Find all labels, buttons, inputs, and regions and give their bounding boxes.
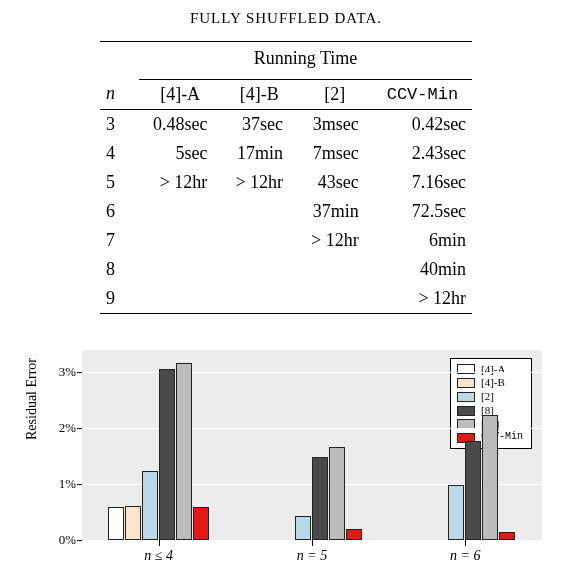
legend-label: [2] — [481, 390, 494, 404]
table-row: 840min — [100, 255, 472, 284]
chart-bar — [176, 363, 192, 539]
y-tick-label: 3% — [40, 364, 76, 380]
cell-value: > 12hr — [373, 284, 472, 313]
chart-bar — [125, 506, 141, 540]
cell-value — [139, 284, 221, 313]
x-tick-label: n ≤ 4 — [144, 548, 173, 560]
legend-item: [2] — [457, 390, 523, 404]
cell-value: > 12hr — [297, 226, 373, 255]
chart-bar — [108, 507, 124, 539]
table-row: 30.48sec37sec3msec0.42sec — [100, 109, 472, 139]
cell-value — [221, 284, 297, 313]
y-tick-label: 1% — [40, 476, 76, 492]
cell-value: > 12hr — [139, 168, 221, 197]
cell-n: 4 — [100, 139, 139, 168]
cell-value: 40min — [373, 255, 472, 284]
cell-value: 0.42sec — [373, 109, 472, 139]
cell-n: 7 — [100, 226, 139, 255]
table-caption: FULLY SHUFFLED DATA. — [30, 10, 542, 27]
cell-value — [297, 255, 373, 284]
cell-value — [297, 284, 373, 313]
cell-value: > 12hr — [221, 168, 297, 197]
cell-value: 2.43sec — [373, 139, 472, 168]
chart-bar — [142, 471, 158, 539]
chart-bar — [448, 485, 464, 540]
cell-value: 37min — [297, 197, 373, 226]
cell-n: 6 — [100, 197, 139, 226]
cell-n: 9 — [100, 284, 139, 313]
legend-swatch — [457, 364, 475, 374]
cell-value: 37sec — [221, 109, 297, 139]
cell-value: 43sec — [297, 168, 373, 197]
cell-value: 72.5sec — [373, 197, 472, 226]
table-row: 45sec17min7msec2.43sec — [100, 139, 472, 168]
legend-label: [4]-A — [481, 363, 505, 377]
y-tick-label: 2% — [40, 420, 76, 436]
cell-value: 17min — [221, 139, 297, 168]
x-tick-label: n = 6 — [450, 548, 480, 560]
cell-value — [221, 255, 297, 284]
cell-value — [139, 255, 221, 284]
residual-error-chart: Residual Error [4]-A[4]-B[2][8][13]CCV-M… — [30, 350, 542, 540]
cell-n: 8 — [100, 255, 139, 284]
cell-value — [221, 226, 297, 255]
cell-value: 6min — [373, 226, 472, 255]
table-row: 637min72.5sec — [100, 197, 472, 226]
cell-n: 3 — [100, 109, 139, 139]
chart-bar — [346, 529, 362, 539]
y-tick-label: 0% — [40, 532, 76, 548]
chart-bar — [312, 457, 328, 539]
col-header-4a: [4]-A — [139, 79, 221, 109]
legend-swatch — [457, 406, 475, 416]
table-row: 7> 12hr6min — [100, 226, 472, 255]
chart-bar — [499, 532, 515, 539]
cell-value — [139, 197, 221, 226]
cell-value: 3msec — [297, 109, 373, 139]
cell-n: 5 — [100, 168, 139, 197]
chart-bar — [193, 507, 209, 539]
running-time-table: Running Time n [4]-A [4]-B [2] CCV-Min 3… — [100, 41, 472, 314]
legend-label: [4]-B — [481, 376, 505, 390]
chart-bar — [295, 516, 311, 539]
table-row: 5> 12hr> 12hr43sec7.16sec — [100, 168, 472, 197]
legend-item: [4]-B — [457, 376, 523, 390]
col-header-2: [2] — [297, 79, 373, 109]
chart-bar — [159, 369, 175, 539]
col-header-ccvmin: CCV-Min — [373, 79, 472, 109]
cell-value: 0.48sec — [139, 109, 221, 139]
table-row: 9> 12hr — [100, 284, 472, 313]
legend-item: [4]-A — [457, 363, 523, 377]
legend-swatch — [457, 378, 475, 388]
cell-value: 7msec — [297, 139, 373, 168]
table-span-header: Running Time — [139, 42, 472, 72]
chart-bar — [329, 447, 345, 539]
chart-bar — [482, 415, 498, 539]
x-tick-label: n = 5 — [297, 548, 327, 560]
cell-value — [139, 226, 221, 255]
col-header-4b: [4]-B — [221, 79, 297, 109]
legend-swatch — [457, 392, 475, 402]
col-header-n: n — [100, 79, 139, 109]
cell-value: 5sec — [139, 139, 221, 168]
cell-value: 7.16sec — [373, 168, 472, 197]
y-axis-label: Residual Error — [24, 357, 40, 439]
chart-bar — [465, 441, 481, 540]
cell-value — [221, 197, 297, 226]
